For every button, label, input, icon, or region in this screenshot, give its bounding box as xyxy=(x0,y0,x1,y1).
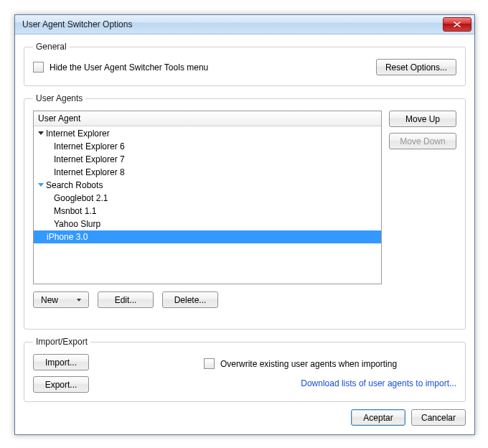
tree-item[interactable]: Internet Explorer 8 xyxy=(34,166,381,179)
user-agent-list[interactable]: User Agent Internet ExplorerInternet Exp… xyxy=(33,111,382,284)
tree-item[interactable]: Googlebot 2.1 xyxy=(34,192,381,205)
new-button[interactable]: New xyxy=(33,291,89,308)
user-agent-tree[interactable]: Internet ExplorerInternet Explorer 6Inte… xyxy=(34,126,381,284)
import-export-group: Import/Export Import... Export... Overwr… xyxy=(24,337,466,402)
dialog-window: User Agent Switcher Options General Hide… xyxy=(14,14,475,435)
overwrite-label: Overwrite existing user agents when impo… xyxy=(220,359,397,369)
title-bar: User Agent Switcher Options xyxy=(15,15,474,34)
reset-options-button[interactable]: Reset Options... xyxy=(376,59,456,75)
disclosure-triangle-icon xyxy=(38,183,44,187)
overwrite-checkbox[interactable]: Overwrite existing user agents when impo… xyxy=(204,358,397,369)
general-legend: General xyxy=(33,42,70,52)
close-button[interactable] xyxy=(443,17,471,32)
cancel-button[interactable]: Cancelar xyxy=(411,409,466,426)
download-lists-link[interactable]: Download lists of user agents to import.… xyxy=(301,378,456,388)
tree-item[interactable]: Internet Explorer 6 xyxy=(34,140,381,153)
new-button-label: New xyxy=(41,295,58,305)
list-column-header[interactable]: User Agent xyxy=(34,111,381,126)
tree-item[interactable]: iPhone 3.0 xyxy=(34,230,381,243)
import-export-legend: Import/Export xyxy=(33,337,90,347)
tree-item[interactable]: Internet Explorer 7 xyxy=(34,153,381,166)
tree-item[interactable]: Msnbot 1.1 xyxy=(34,205,381,218)
hide-tools-menu-checkbox[interactable]: Hide the User Agent Switcher Tools menu xyxy=(33,62,208,73)
tree-item[interactable]: Internet Explorer xyxy=(34,127,381,140)
move-down-button[interactable]: Move Down xyxy=(389,133,456,149)
general-group: General Hide the User Agent Switcher Too… xyxy=(24,42,466,86)
user-agents-legend: User Agents xyxy=(33,93,85,103)
user-agents-group: User Agents User Agent Internet Explorer… xyxy=(24,93,466,330)
move-up-button[interactable]: Move Up xyxy=(389,111,456,127)
checkbox-icon xyxy=(204,358,215,369)
edit-button[interactable]: Edit... xyxy=(98,291,154,308)
window-title: User Agent Switcher Options xyxy=(22,19,443,29)
tree-item[interactable]: Yahoo Slurp xyxy=(34,218,381,230)
dialog-button-row: Aceptar Cancelar xyxy=(24,409,466,426)
dialog-body: General Hide the User Agent Switcher Too… xyxy=(15,34,474,434)
checkbox-icon xyxy=(33,62,44,73)
close-icon xyxy=(454,22,461,27)
export-button[interactable]: Export... xyxy=(33,376,89,393)
dropdown-caret-icon xyxy=(77,299,81,302)
hide-tools-menu-label: Hide the User Agent Switcher Tools menu xyxy=(50,62,208,73)
delete-button[interactable]: Delete... xyxy=(162,291,218,308)
ok-button[interactable]: Aceptar xyxy=(351,409,405,426)
import-button[interactable]: Import... xyxy=(33,354,89,370)
disclosure-triangle-icon xyxy=(38,131,44,135)
tree-item[interactable]: Search Robots xyxy=(34,179,381,192)
